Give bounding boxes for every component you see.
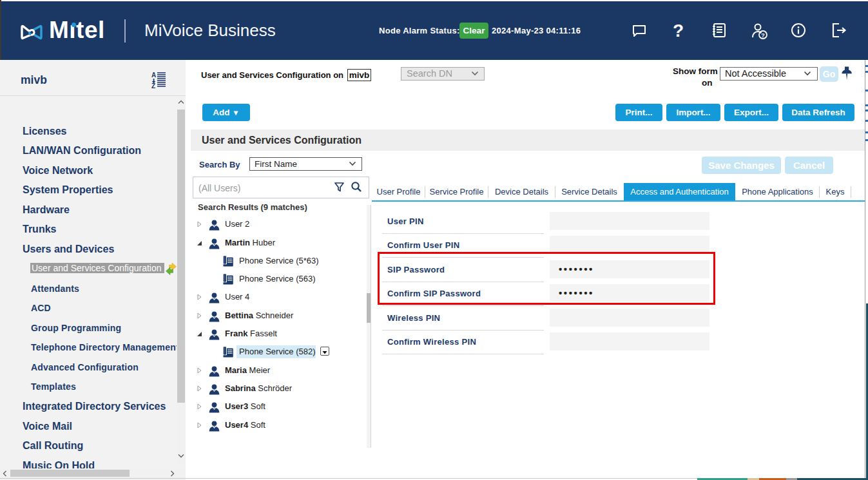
svg-text:?: ? — [761, 32, 765, 39]
svg-text:Z: Z — [151, 82, 155, 89]
svg-text:A: A — [151, 72, 156, 79]
